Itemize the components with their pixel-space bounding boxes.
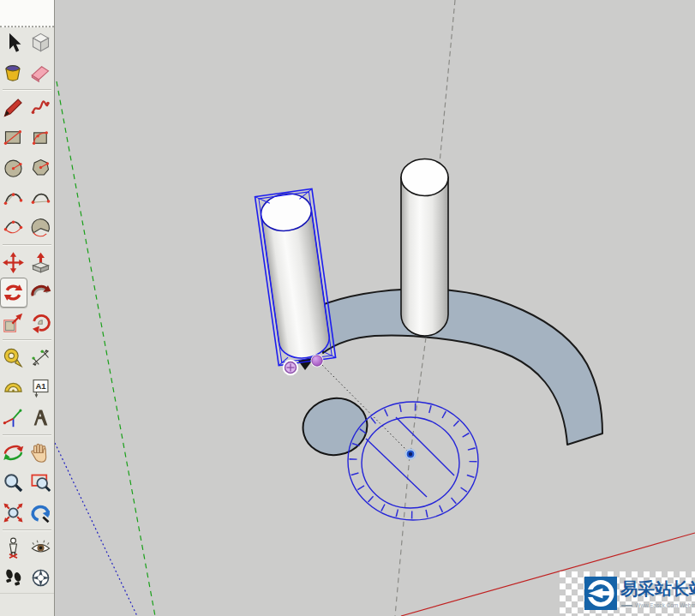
svg-text:A1: A1 <box>35 381 46 391</box>
tool-row <box>0 308 54 338</box>
move-icon <box>2 251 25 274</box>
tool-row <box>0 57 54 87</box>
pan-icon <box>29 441 52 464</box>
tool-row <box>0 182 54 212</box>
tool-paint-bucket-button[interactable] <box>0 57 27 87</box>
tool-zoom-window-button[interactable] <box>27 468 55 498</box>
palette-separator <box>3 529 51 531</box>
tool-text-button[interactable]: A1 <box>27 373 55 403</box>
paint-bucket-icon <box>2 61 25 84</box>
zoom-window-icon <box>29 471 52 494</box>
tool-row <box>0 533 54 563</box>
tool-row <box>0 498 54 528</box>
tool-row <box>0 343 54 373</box>
tool-offset-button[interactable] <box>27 308 55 338</box>
tool-axes-button[interactable] <box>0 403 27 433</box>
tool-follow-me-button[interactable] <box>27 278 55 308</box>
inference-line-dashed-mid <box>410 338 426 453</box>
rotate-icon <box>2 281 25 304</box>
tool-rotate-button[interactable] <box>0 278 27 308</box>
scale-icon <box>2 311 25 334</box>
tool-pie-button[interactable] <box>27 212 55 242</box>
tool-scale-button[interactable] <box>0 308 27 338</box>
tool-row <box>0 468 54 498</box>
pie-icon <box>29 216 52 239</box>
tool-group <box>0 27 54 87</box>
protractor-outer-ring <box>348 402 478 520</box>
tool-group: A1 <box>0 343 54 433</box>
palette-drag-handle[interactable] <box>0 0 54 27</box>
cylinder[interactable] <box>401 159 448 336</box>
inference-line-dashed-lower <box>395 456 410 616</box>
tool-rotated-rectangle-button[interactable] <box>27 123 55 153</box>
tool-circle-button[interactable] <box>0 153 27 182</box>
tool-row <box>0 278 54 308</box>
rotated-rectangle-icon <box>29 126 52 149</box>
protractor-inner-ring <box>362 417 459 508</box>
palette-footer <box>0 593 54 616</box>
selected-cylinder[interactable] <box>255 188 336 365</box>
tool-arc-button[interactable] <box>0 182 27 212</box>
drawing-canvas[interactable] <box>55 0 695 616</box>
follow-me-icon <box>29 281 52 304</box>
previous-icon <box>29 501 52 524</box>
cylinder-body[interactable] <box>401 177 448 336</box>
tool-walk-button[interactable] <box>0 563 27 593</box>
watermark-title: 易采站长站 <box>620 578 695 599</box>
tool-move-button[interactable] <box>0 248 27 278</box>
tool-make-component-button[interactable] <box>27 27 55 57</box>
tool-polygon-button[interactable] <box>27 153 55 182</box>
watermark-subtitle: Www.Easck.Com Webmaster <box>621 602 695 608</box>
tool-select-button[interactable] <box>0 27 27 57</box>
dimension-icon <box>29 346 52 369</box>
tool-two-point-arc-button[interactable] <box>27 182 55 212</box>
two-point-arc-icon <box>29 186 52 209</box>
tool-rectangle-button[interactable] <box>0 123 27 153</box>
tool-section-plane-button[interactable] <box>27 563 55 593</box>
tool-3d-text-button[interactable] <box>27 403 55 433</box>
eraser-icon <box>29 61 52 84</box>
tool-protractor-button[interactable] <box>0 373 27 403</box>
tool-dimension-button[interactable] <box>27 343 55 373</box>
tool-look-around-button[interactable] <box>27 533 55 563</box>
text-icon: A1 <box>29 376 52 399</box>
tool-freehand-button[interactable] <box>27 93 55 123</box>
tool-pan-button[interactable] <box>27 438 55 468</box>
tool-tape-measure-button[interactable] <box>0 343 27 373</box>
orbit-icon <box>2 441 25 464</box>
tool-position-camera-button[interactable] <box>0 533 27 563</box>
tool-row <box>0 123 54 153</box>
make-component-icon <box>29 31 52 54</box>
zoom-icon <box>2 471 25 494</box>
3d-text-icon <box>29 406 52 429</box>
tool-three-point-arc-button[interactable] <box>0 212 27 242</box>
tool-orbit-button[interactable] <box>0 438 27 468</box>
position-camera-icon <box>2 536 25 559</box>
tool-previous-button[interactable] <box>27 498 55 528</box>
inference-line-dashed-upper <box>440 0 455 163</box>
tool-row <box>0 563 54 593</box>
tool-group <box>0 438 54 528</box>
circle-icon <box>2 156 25 179</box>
tool-zoom-extents-button[interactable] <box>0 498 27 528</box>
tool-row <box>0 212 54 242</box>
rotation-grip-point[interactable] <box>311 355 324 368</box>
zoom-extents-icon <box>2 501 25 524</box>
palette-separator <box>3 434 51 436</box>
selected-cylinder-body[interactable] <box>261 209 332 362</box>
protractor-icon <box>2 376 25 399</box>
tool-row <box>0 438 54 468</box>
tool-push-pull-button[interactable] <box>27 248 55 278</box>
tool-group <box>0 533 54 593</box>
tool-group <box>0 93 54 242</box>
blue-axis-line <box>55 443 137 616</box>
cylinder-top-face[interactable] <box>401 159 448 196</box>
tool-eraser-button[interactable] <box>27 57 55 87</box>
scene-svg <box>55 0 695 616</box>
freehand-icon <box>29 96 52 119</box>
tool-zoom-button[interactable] <box>0 468 27 498</box>
rotation-grip-crosshair[interactable] <box>284 361 297 374</box>
tool-row <box>0 153 54 182</box>
push-pull-icon <box>29 251 52 274</box>
tool-line-button[interactable] <box>0 93 27 123</box>
